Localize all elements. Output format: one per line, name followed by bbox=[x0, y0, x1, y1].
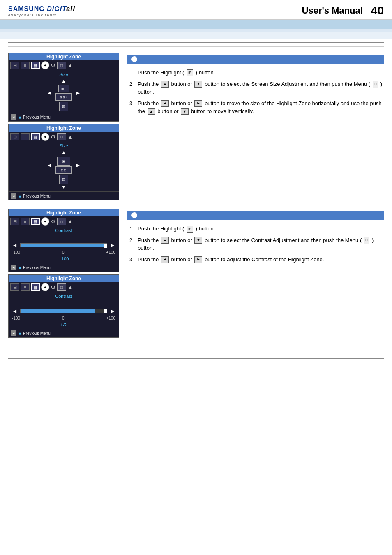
icon-monitor-2: □ bbox=[57, 133, 66, 140]
osd-body-contrast-1: Contrast ◄ ► -100 0 +100 bbox=[9, 226, 119, 263]
contrast-mid-1: 0 bbox=[62, 250, 65, 255]
nav-box-bot-1: ⊞⊞+ bbox=[55, 93, 72, 101]
arrow-left-1: ◄ bbox=[46, 90, 52, 96]
osd-footer-contrast-1: ◄ ■ Previous Menu bbox=[9, 263, 119, 272]
icon-gear-1: ⚙ bbox=[51, 62, 56, 69]
size-instruction-header bbox=[127, 55, 384, 64]
contrast-mid-2: 0 bbox=[62, 316, 65, 320]
prev-icon-c2: ◄ bbox=[11, 330, 16, 336]
icon-grid-2: ⊞ bbox=[10, 133, 19, 140]
size-label-2: Size bbox=[59, 143, 68, 148]
icon-monitor-c2: □ bbox=[57, 283, 66, 291]
bottom-icon-1: ⊟ bbox=[59, 102, 68, 111]
icon-grid-1: ⊞ bbox=[10, 62, 19, 69]
icon-triangle-1: ▲ bbox=[67, 62, 73, 69]
contrast-slider-2: ◄ ► bbox=[12, 308, 115, 314]
slider-thumb-1 bbox=[104, 244, 107, 248]
icon-monitor-c1: □ bbox=[57, 218, 66, 225]
dot-sep-c1: ■ bbox=[19, 265, 21, 270]
osd-panel-size-2: Highlight Zone ⊞ ≡ ▦ ● ⚙ □ ▲ Size ▲ ◄ bbox=[8, 124, 119, 200]
logo-subtitle: everyone's Invited™ bbox=[8, 13, 57, 17]
icon-list-2: ≡ bbox=[21, 133, 30, 140]
contrast-current-2: +72 bbox=[60, 322, 68, 327]
osd-icons-contrast-2: ⊞ ≡ ▦ ● ⚙ □ ▲ bbox=[9, 282, 119, 292]
contrast-instructions: 1 Push the Highlight ( ⊞ ) button. 2 Pus… bbox=[127, 209, 384, 338]
arrow-up-2: ▲ bbox=[61, 150, 66, 155]
size-instructions: 1 Push the Highlight ( ⊞ ) button. 2 Pus… bbox=[127, 53, 384, 200]
highlight-icon-s1: ⊞ bbox=[187, 69, 193, 77]
page-header: SAMSUNG DIGITall everyone's Invited™ Use… bbox=[0, 0, 392, 20]
logo-area: SAMSUNG DIGITall everyone's Invited™ bbox=[8, 5, 75, 17]
dot-sep-1: ■ bbox=[19, 115, 21, 120]
prev-menu-text-c1: Previous Menu bbox=[23, 265, 51, 270]
contrast-panels: Highlight Zone ⊞ ≡ ▦ ● ⚙ □ ▲ Contrast ◄ bbox=[8, 209, 119, 338]
header-right: User's Manual 40 bbox=[302, 4, 384, 17]
icon-list-c1: ≡ bbox=[21, 218, 30, 225]
section-contrast: Highlight Zone ⊞ ≡ ▦ ● ⚙ □ ▲ Contrast ◄ bbox=[8, 209, 384, 338]
btn-up-s2: ▲ bbox=[161, 81, 169, 88]
arrow-left-2: ◄ bbox=[46, 162, 52, 168]
contrast-max-2: +100 bbox=[106, 316, 115, 320]
contrast-labels-2: -100 0 +100 bbox=[12, 316, 115, 320]
nav-box-top-1: ⊞+ bbox=[58, 85, 69, 92]
size-panels: Highlight Zone ⊞ ≡ ▦ ● ⚙ □ ▲ Size ▲ ◄ bbox=[8, 53, 119, 200]
osd-body-size-2: Size ▲ ◄ ▣ ⊞⊞ ► ⊟ ▼ bbox=[9, 142, 119, 191]
nav-box-bot-2: ⊞⊞ bbox=[55, 166, 72, 174]
slider-arrow-right-1: ► bbox=[110, 242, 115, 249]
section-label-bar bbox=[0, 32, 392, 39]
footer-line bbox=[8, 358, 384, 359]
btn-right-c3: ► bbox=[194, 256, 202, 263]
icon-triangle-2: ▲ bbox=[67, 134, 73, 140]
btn-up-c2: ▲ bbox=[161, 237, 169, 244]
icon-triangle-c1: ▲ bbox=[67, 218, 73, 225]
contrast-slider-1: ◄ ► bbox=[12, 242, 115, 249]
contrast-label-2: Contrast bbox=[55, 294, 72, 299]
top-divider bbox=[8, 42, 384, 43]
osd-title-size-2: Highlight Zone bbox=[9, 124, 119, 132]
icon-circle-2: ● bbox=[41, 133, 49, 141]
slider-fill-1 bbox=[21, 244, 107, 247]
contrast-min-2: -100 bbox=[12, 316, 20, 320]
prev-icon-c1: ◄ bbox=[11, 265, 16, 270]
osd-body-contrast-2: Contrast ◄ ► -100 0 +100 bbox=[9, 292, 119, 329]
nav-box-bottom-1: ⊟ bbox=[59, 102, 68, 111]
dot-sep-c2: ■ bbox=[19, 331, 21, 336]
slider-arrow-left-2: ◄ bbox=[12, 308, 18, 314]
btn-right-s3: ► bbox=[194, 100, 202, 107]
icon-highlight-c1: ▦ bbox=[31, 218, 40, 225]
osd-footer-size-1: ◄ ■ Previous Menu bbox=[9, 113, 119, 121]
osd-footer-size-2: ◄ ■ Previous Menu bbox=[9, 191, 119, 200]
osd-title-contrast-1: Highlight Zone bbox=[9, 209, 119, 216]
manual-title: User's Manual bbox=[302, 5, 363, 16]
icon-highlight-2: ▦ bbox=[31, 133, 40, 140]
contrast-min-1: -100 bbox=[12, 250, 20, 255]
btn-up-s3: ▲ bbox=[148, 108, 155, 115]
bullet-circle-1 bbox=[131, 56, 137, 62]
contrast-step-2: 2 Push the ▲ button or ▼ button to selec… bbox=[129, 236, 384, 252]
icon-triangle-c2: ▲ bbox=[67, 284, 73, 290]
arrow-row-2: ◄ ▣ ⊞⊞ ► bbox=[46, 157, 81, 174]
icon-list-c2: ≡ bbox=[21, 283, 30, 291]
icon-grid-c2: ⊞ bbox=[10, 283, 19, 291]
contrast-step-3: 3 Push the ◄ button or ► button to adjus… bbox=[129, 256, 384, 264]
icon-gear-c1: ⚙ bbox=[51, 218, 56, 225]
btn-down-s2: ▼ bbox=[194, 81, 202, 88]
menu-icon-s2: □ bbox=[373, 81, 378, 88]
icon-gear-2: ⚙ bbox=[51, 134, 56, 140]
slider-fill-2 bbox=[21, 309, 95, 313]
slider-track-2 bbox=[20, 309, 107, 313]
icon-circle-c1: ● bbox=[41, 217, 49, 226]
page-number: 40 bbox=[371, 4, 384, 17]
dot-sep-2: ■ bbox=[19, 194, 21, 198]
prev-icon-1: ◄ bbox=[11, 114, 16, 120]
osd-icons-size-1: ⊞ ≡ ▦ ● ⚙ □ ▲ bbox=[9, 60, 119, 70]
prev-menu-text-c2: Previous Menu bbox=[23, 331, 51, 336]
osd-panel-contrast-1: Highlight Zone ⊞ ≡ ▦ ● ⚙ □ ▲ Contrast ◄ bbox=[8, 209, 119, 272]
arrow-up-1: ▲ bbox=[61, 78, 66, 84]
icon-highlight-c2: ▦ bbox=[31, 283, 40, 291]
icon-highlight-1: ▦ bbox=[31, 62, 40, 69]
size-label-1: Size bbox=[59, 72, 68, 77]
highlight-icon-c1: ⊞ bbox=[187, 226, 193, 233]
osd-panel-size-1: Highlight Zone ⊞ ≡ ▦ ● ⚙ □ ▲ Size ▲ ◄ bbox=[8, 53, 119, 122]
osd-panel-contrast-2: Highlight Zone ⊞ ≡ ▦ ● ⚙ □ ▲ Contrast ◄ bbox=[8, 274, 119, 338]
